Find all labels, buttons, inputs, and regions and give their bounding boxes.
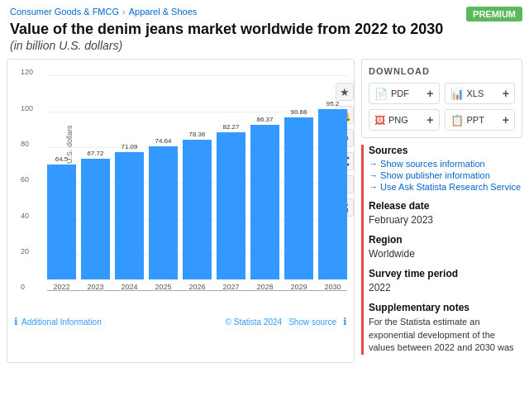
x-label-2029: 2029 — [290, 283, 307, 291]
sources-block: Sources Show sources information Show pu… — [369, 145, 522, 192]
xls-label: XLS — [467, 88, 484, 98]
breadcrumb-link-1[interactable]: Consumer Goods & FMCG — [10, 7, 119, 17]
premium-badge: PREMIUM — [466, 7, 522, 21]
bar-item-2030: 95.22030 — [318, 100, 347, 291]
bar-2030[interactable] — [318, 109, 347, 279]
bar-2027[interactable] — [217, 132, 245, 279]
png-label: PNG — [388, 115, 408, 125]
bar-value-2024: 71.09 — [121, 143, 137, 150]
ppt-plus: + — [503, 113, 509, 126]
x-label-2023: 2023 — [87, 283, 103, 291]
info-icon[interactable]: ℹ — [14, 316, 18, 327]
release-date-label: Release date — [369, 200, 522, 212]
statista-credit: © Statista 2024 — [226, 317, 283, 327]
download-xls-button[interactable]: 📊 XLS + — [445, 83, 516, 104]
bar-value-2023: 67.72 — [87, 150, 103, 157]
bar-2028[interactable] — [250, 125, 279, 279]
bar-value-2026: 78.36 — [188, 131, 205, 138]
bar-2023[interactable] — [81, 159, 110, 280]
sources-link-2[interactable]: Show publisher information — [369, 170, 522, 180]
additional-info[interactable]: Additional Information — [21, 317, 102, 327]
download-pdf-button[interactable]: 📄 PDF + — [369, 83, 440, 104]
bar-value-2030: 95.2 — [326, 100, 340, 107]
page-title: Value of the denim jeans market worldwid… — [0, 18, 529, 39]
supplementary-block: Supplementary notes For the Statista est… — [369, 302, 522, 354]
sources-link-1[interactable]: Show sources information — [369, 159, 522, 169]
download-png-button[interactable]: 🖼 PNG + — [369, 109, 440, 131]
page-subtitle: (in billion U.S. dollars) — [0, 39, 529, 59]
bars-group: 64.5202267.72202371.09202474.64202578.36… — [47, 76, 347, 291]
pdf-icon: 📄 — [374, 88, 388, 100]
breadcrumb-link-2[interactable]: Apparel & Shoes — [129, 7, 198, 17]
bar-value-2022: 64.5 — [55, 155, 69, 163]
survey-label: Survey time period — [369, 268, 522, 279]
sources-label: Sources — [369, 145, 522, 156]
bar-item-2022: 64.52022 — [47, 155, 76, 292]
download-section: DOWNLOAD 📄 PDF + 📊 XLS + — [361, 59, 522, 138]
bar-2022[interactable] — [47, 165, 76, 280]
chart-area: Market value in billion U.S. dollars 020… — [47, 76, 347, 291]
chart-container: Market value in billion U.S. dollars 020… — [7, 59, 355, 362]
survey-value: 2022 — [369, 282, 522, 294]
region-block: Region Worldwide — [369, 234, 522, 260]
bar-value-2025: 74.64 — [155, 137, 171, 145]
xls-plus: + — [503, 87, 509, 100]
ppt-icon: 📋 — [450, 114, 464, 126]
release-date-block: Release date February 2023 — [369, 200, 522, 226]
chart-footer: ℹ Additional Information © Statista 2024… — [14, 316, 347, 327]
xls-icon: 📊 — [450, 88, 464, 100]
pdf-plus: + — [427, 87, 433, 100]
png-plus: + — [427, 113, 433, 126]
png-icon: 🖼 — [374, 114, 385, 126]
download-grid: 📄 PDF + 📊 XLS + 🖼 — [369, 83, 515, 131]
breadcrumb: Consumer Goods & FMCG › Apparel & Shoes — [0, 0, 529, 18]
bar-value-2029: 90.68 — [290, 108, 307, 116]
show-source[interactable]: Show source — [288, 317, 336, 327]
x-label-2027: 2027 — [222, 283, 239, 291]
bar-value-2028: 86.37 — [256, 116, 273, 123]
download-title: DOWNLOAD — [369, 66, 515, 76]
bar-2029[interactable] — [284, 117, 313, 279]
x-label-2026: 2026 — [188, 283, 205, 291]
bar-item-2025: 74.642025 — [149, 137, 178, 292]
info-section: Sources Show sources information Show pu… — [361, 145, 522, 354]
x-label-2024: 2024 — [121, 283, 137, 291]
x-label-2028: 2028 — [256, 283, 273, 291]
bar-item-2023: 67.722023 — [81, 150, 110, 292]
download-ppt-button[interactable]: 📋 PPT + — [445, 109, 516, 131]
bar-2025[interactable] — [149, 146, 178, 280]
region-value: Worldwide — [369, 248, 522, 260]
bar-value-2027: 82.27 — [222, 123, 239, 131]
release-date-value: February 2023 — [369, 214, 522, 226]
sources-link-3[interactable]: Use Ask Statista Research Service — [369, 182, 522, 192]
pdf-label: PDF — [391, 88, 409, 98]
ppt-label: PPT — [467, 115, 484, 125]
bar-item-2028: 86.372028 — [250, 116, 279, 291]
bar-item-2029: 90.682029 — [284, 108, 313, 291]
bar-item-2024: 71.092024 — [115, 143, 144, 291]
bar-2024[interactable] — [115, 152, 144, 279]
source-info-icon[interactable]: ℹ — [343, 316, 347, 327]
supplementary-value: For the Statista estimate an exponential… — [369, 316, 522, 354]
bar-2026[interactable] — [183, 140, 212, 280]
x-label-2030: 2030 — [324, 283, 341, 291]
bar-item-2027: 82.272027 — [217, 123, 245, 291]
bar-item-2026: 78.362026 — [183, 131, 212, 292]
x-label-2025: 2025 — [155, 283, 171, 291]
region-label: Region — [369, 234, 522, 246]
supplementary-label: Supplementary notes — [369, 302, 522, 313]
x-label-2022: 2022 — [53, 283, 69, 291]
right-panel: DOWNLOAD 📄 PDF + 📊 XLS + — [361, 59, 522, 362]
survey-block: Survey time period 2022 — [369, 268, 522, 294]
